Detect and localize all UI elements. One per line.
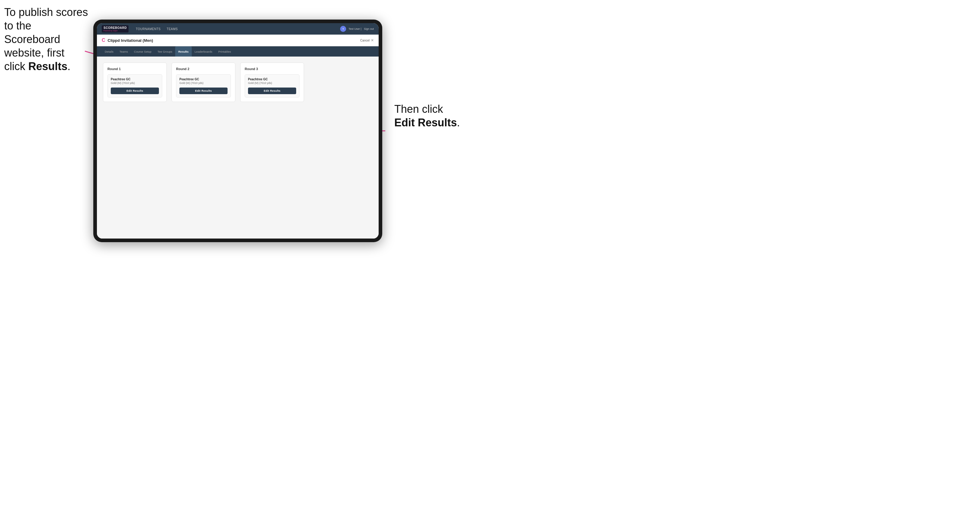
logo-box: SCOREBOARD Powered by clippd [102, 25, 129, 32]
round-1-course-card: Peachtree GC Gold (M) (7010 yds) Edit Re… [107, 74, 162, 97]
round-1-title: Round 1 [107, 67, 162, 71]
tablet-device: SCOREBOARD Powered by clippd TOURNAMENTS… [93, 19, 382, 242]
tab-printables[interactable]: Printables [215, 46, 234, 57]
nav-right: T Test User | Sign out [340, 26, 374, 32]
main-content: Round 1 Peachtree GC Gold (M) (7010 yds)… [97, 57, 379, 238]
round-1-course-detail: Gold (M) (7010 yds) [111, 81, 159, 84]
instruction-right: Then click Edit Results. [394, 102, 473, 129]
round-2-title: Round 2 [176, 67, 231, 71]
tab-teams[interactable]: Teams [116, 46, 131, 57]
round-2-edit-results-button[interactable]: Edit Results [180, 87, 228, 94]
instruction-left: To publish scores to the Scoreboard webs… [4, 5, 89, 73]
tournament-header: C Clippd Invitational (Men) Cancel ✕ [97, 35, 379, 46]
rounds-grid: Round 1 Peachtree GC Gold (M) (7010 yds)… [103, 63, 372, 102]
round-2-course-detail: Gold (M) (7010 yds) [180, 81, 228, 84]
tab-bar: Details Teams Course Setup Tee Groups Re… [97, 46, 379, 57]
user-avatar: T [340, 26, 346, 32]
tab-course-setup[interactable]: Course Setup [131, 46, 154, 57]
round-3-edit-results-button[interactable]: Edit Results [248, 87, 296, 94]
top-navigation: SCOREBOARD Powered by clippd TOURNAMENTS… [97, 23, 379, 35]
tab-results[interactable]: Results [175, 46, 191, 57]
round-3-course-detail: Gold (M) (7010 yds) [248, 81, 296, 84]
round-3-title: Round 3 [245, 67, 299, 71]
tablet-screen: SCOREBOARD Powered by clippd TOURNAMENTS… [97, 23, 379, 238]
logo-area: SCOREBOARD Powered by clippd [102, 25, 129, 32]
round-1-column: Round 1 Peachtree GC Gold (M) (7010 yds)… [103, 63, 167, 102]
cancel-label: Cancel [360, 39, 370, 42]
tournament-title-area: C Clippd Invitational (Men) [102, 38, 153, 43]
logo-sub: Powered by clippd [103, 30, 127, 32]
tab-details[interactable]: Details [102, 46, 116, 57]
round-1-course-name: Peachtree GC [111, 78, 159, 81]
nav-user-text: Test User | [348, 27, 361, 30]
logo-text: SCOREBOARD [103, 26, 127, 30]
round-3-column: Round 3 Peachtree GC Gold (M) (7010 yds)… [240, 63, 304, 102]
cancel-button[interactable]: Cancel ✕ [360, 38, 374, 43]
c-logo-icon: C [102, 38, 105, 43]
nav-tournaments[interactable]: TOURNAMENTS [136, 26, 161, 32]
tab-leaderboards[interactable]: Leaderboards [192, 46, 215, 57]
close-icon: ✕ [371, 38, 374, 43]
round-2-course-name: Peachtree GC [180, 78, 228, 81]
nav-items: TOURNAMENTS TEAMS [136, 26, 340, 32]
tab-tee-groups[interactable]: Tee Groups [154, 46, 175, 57]
round-1-edit-results-button[interactable]: Edit Results [111, 87, 159, 94]
round-2-course-card: Peachtree GC Gold (M) (7010 yds) Edit Re… [176, 74, 231, 97]
round-2-column: Round 2 Peachtree GC Gold (M) (7010 yds)… [172, 63, 235, 102]
round-3-course-card: Peachtree GC Gold (M) (7010 yds) Edit Re… [245, 74, 299, 97]
nav-signout[interactable]: Sign out [364, 27, 374, 30]
round-4-column-empty [309, 63, 372, 102]
round-3-course-name: Peachtree GC [248, 78, 296, 81]
nav-teams[interactable]: TEAMS [167, 26, 178, 32]
tournament-name: Clippd Invitational (Men) [108, 38, 153, 43]
